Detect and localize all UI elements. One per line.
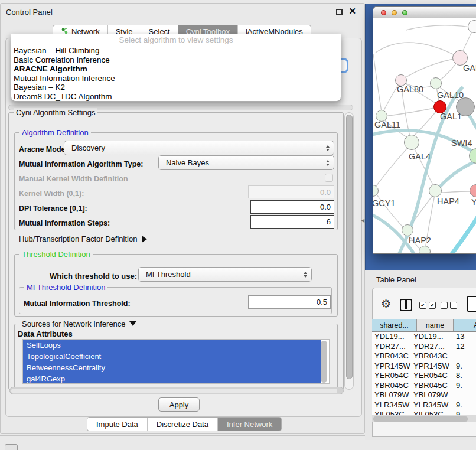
- cell[interactable]: 12: [456, 342, 464, 352]
- deselect-all-checkboxes-icon[interactable]: [441, 302, 457, 309]
- list-scrollbar[interactable]: [321, 341, 327, 383]
- cell[interactable]: YPR145W: [374, 361, 410, 371]
- dropdown-item[interactable]: Dream8 DC_TDC Algorithm: [11, 92, 341, 102]
- table-horizontal-scrollbar[interactable]: [372, 415, 476, 422]
- close-traffic-light-icon[interactable]: [381, 10, 386, 15]
- settings-horizontal-scrollbar[interactable]: [9, 387, 344, 394]
- table-row[interactable]: YBR045CYBR045C9.: [372, 381, 476, 391]
- network-node[interactable]: [429, 184, 442, 197]
- dropdown-item[interactable]: Bayesian – Hill Climbing: [11, 46, 341, 56]
- settings-gear-icon[interactable]: ⚙: [381, 298, 391, 311]
- list-item[interactable]: SelfLoops: [23, 340, 321, 351]
- network-node[interactable]: [419, 246, 431, 253]
- cell[interactable]: YBR045C: [413, 381, 448, 391]
- cell[interactable]: 9.: [456, 381, 462, 391]
- cell[interactable]: YIL053C: [413, 410, 444, 415]
- panel-resize-handle[interactable]: ◀: [361, 218, 364, 223]
- network-canvas[interactable]: GAL GAL80 GAL10 GAL1 GAL11 SWI4 GAL4 GCY…: [373, 18, 476, 253]
- sources-title: Sources for Network Inference: [22, 319, 126, 328]
- table-row[interactable]: YLR345WYLR345W9.: [372, 400, 476, 410]
- list-item[interactable]: BetweennessCentrality: [23, 362, 321, 373]
- network-node[interactable]: [402, 224, 413, 236]
- cell[interactable]: YDR27...: [413, 342, 445, 352]
- chevron-down-icon: [129, 321, 136, 326]
- column-header-truncated[interactable]: A: [454, 319, 476, 331]
- table-row[interactable]: YBR043CYBR043C: [372, 351, 476, 361]
- panel-title: Control Panel: [6, 8, 53, 17]
- table-row[interactable]: YPR145WYPR145W9.: [372, 361, 476, 371]
- network-window-titlebar[interactable]: [373, 7, 476, 18]
- zoom-traffic-light-icon[interactable]: [402, 10, 407, 15]
- select-all-checkboxes-icon[interactable]: ✔ ✔: [419, 302, 436, 309]
- scrollbar-thumb[interactable]: [11, 389, 337, 393]
- network-node[interactable]: [430, 77, 442, 89]
- stepper-arrows-icon: [326, 145, 330, 151]
- partial-button[interactable]: [5, 444, 18, 450]
- kernel-width-field[interactable]: 0.0: [248, 185, 334, 198]
- table-row[interactable]: YDR27...YDR27...12: [372, 342, 476, 352]
- dropdown-item[interactable]: Bayesian – K2: [11, 83, 341, 92]
- list-item[interactable]: gal4RGexp: [23, 373, 321, 384]
- cell[interactable]: YBR045C: [374, 381, 409, 391]
- tab-discretize-data[interactable]: Discretize Data: [148, 418, 218, 431]
- cell[interactable]: YER054C: [374, 371, 409, 381]
- node-label: GCY1: [373, 198, 396, 208]
- cell[interactable]: YBR043C: [413, 351, 448, 361]
- cell[interactable]: YLR345W: [374, 400, 409, 410]
- apply-button[interactable]: Apply: [158, 397, 200, 412]
- cell[interactable]: 9.: [456, 400, 462, 410]
- minimize-traffic-light-icon[interactable]: [392, 10, 397, 15]
- cell[interactable]: 8.: [456, 371, 462, 381]
- cell[interactable]: YIL053C: [374, 410, 405, 415]
- cell[interactable]: 9.: [456, 361, 462, 371]
- settings-vertical-scrollbar[interactable]: [344, 112, 354, 390]
- node-label: GAL4: [409, 152, 431, 161]
- column-layout-icon[interactable]: [400, 299, 412, 311]
- dropdown-item[interactable]: Mutual Information Inference: [11, 74, 341, 83]
- manual-kernel-checkbox[interactable]: [325, 174, 333, 182]
- unchecked-box-icon: [450, 302, 457, 309]
- mi-type-select[interactable]: Naive Bayes: [158, 155, 334, 170]
- unchecked-box-icon: [441, 302, 448, 309]
- cell[interactable]: YPR145W: [413, 361, 449, 371]
- mi-threshold-field[interactable]: 0.5: [248, 295, 331, 309]
- dpi-tolerance-field[interactable]: 0.0: [250, 200, 334, 214]
- cell[interactable]: 13: [456, 332, 464, 342]
- tab-infer-network[interactable]: Infer Network: [218, 418, 281, 431]
- cell[interactable]: YBL079W: [413, 390, 448, 400]
- sources-expander[interactable]: Sources for Network Inference: [19, 319, 139, 328]
- node-label: GAL: [463, 63, 476, 73]
- float-window-icon[interactable]: [336, 9, 343, 15]
- scrollbar-thumb[interactable]: [373, 416, 468, 422]
- dropdown-item-selected[interactable]: ARACNE Algorithm: [11, 64, 341, 74]
- cell[interactable]: YDL19...: [374, 332, 405, 342]
- table-row[interactable]: YDL19...YDL19...13: [372, 332, 476, 342]
- cell[interactable]: YLR345W: [413, 400, 448, 410]
- column-header-shared-name[interactable]: shared...: [372, 319, 417, 331]
- node-label: GAL10: [437, 90, 464, 100]
- app-root: { "colors": { "desktop_blue": "#3a63a6",…: [0, 0, 476, 450]
- table-row[interactable]: YBL079WYBL079W: [372, 390, 476, 400]
- mi-steps-field[interactable]: 6: [250, 215, 334, 229]
- scrollbar-thumb[interactable]: [346, 115, 353, 379]
- network-node[interactable]: [404, 135, 419, 150]
- cell[interactable]: YER054C: [413, 371, 448, 381]
- cell[interactable]: 9.: [456, 410, 462, 415]
- manual-kernel-label: Manual Kernel Width Definition: [19, 175, 128, 183]
- network-view-window: GAL GAL80 GAL10 GAL1 GAL11 SWI4 GAL4 GCY…: [373, 6, 476, 254]
- table-row[interactable]: YIL053CYIL053C9.: [372, 410, 476, 415]
- file-icon[interactable]: [467, 296, 476, 312]
- cell[interactable]: YDR27...: [374, 342, 406, 352]
- aracne-mode-select[interactable]: Discovery: [64, 141, 334, 155]
- cell[interactable]: YBR043C: [374, 351, 409, 361]
- table-row[interactable]: YER054CYER054C8.: [372, 371, 476, 381]
- column-header-name[interactable]: name: [417, 319, 454, 331]
- tab-impute-data[interactable]: Impute Data: [87, 418, 148, 431]
- dropdown-item[interactable]: Basic Correlation Inference: [11, 56, 341, 65]
- which-threshold-select[interactable]: MI Threshold: [138, 267, 312, 282]
- cell[interactable]: YBL079W: [374, 390, 409, 400]
- hub-definition-expander[interactable]: Hub/Transcription Factor Definition: [19, 234, 147, 243]
- cell[interactable]: YDL19...: [413, 332, 444, 342]
- close-icon[interactable]: ✕: [348, 6, 356, 15]
- list-item[interactable]: TopologicalCoefficient: [23, 351, 321, 362]
